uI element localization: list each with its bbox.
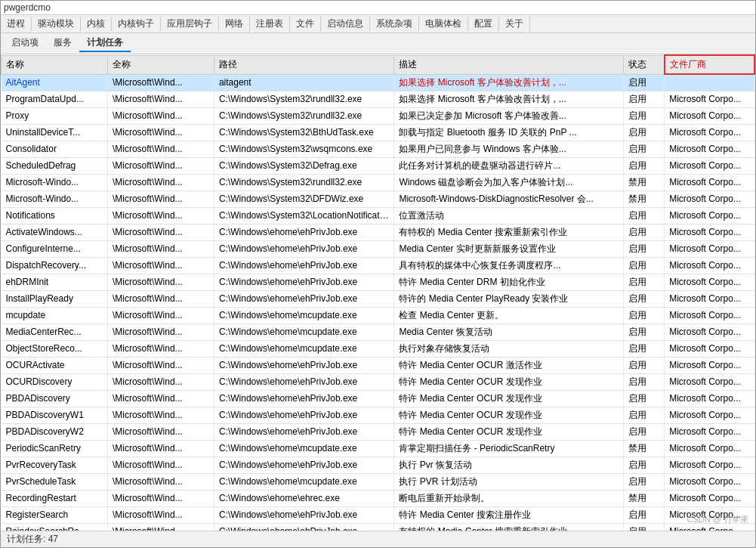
col-header-desc[interactable]: 描述 — [394, 55, 624, 74]
col-header-status[interactable]: 状态 — [623, 55, 664, 74]
table-row[interactable]: Microsoft-Windo...\Microsoft\Wind...C:\W… — [2, 190, 755, 207]
menu-item-内核[interactable]: 内核 — [81, 16, 112, 32]
menu-item-系统杂项[interactable]: 系统杂项 — [370, 16, 419, 32]
table-row[interactable]: UninstallDeviceT...\Microsoft\Wind...C:\… — [2, 124, 755, 141]
table-row[interactable]: PeriodicScanRetry\Microsoft\Wind...C:\Wi… — [2, 440, 755, 457]
table-row[interactable]: ehDRMInit\Microsoft\Wind...C:\Windows\eh… — [2, 274, 755, 290]
table-row[interactable]: OCURDiscovery\Microsoft\Wind...C:\Window… — [2, 373, 755, 390]
table-row[interactable]: Microsoft-Windo...\Microsoft\Wind...C:\W… — [2, 174, 755, 190]
menu-item-内核钩子[interactable]: 内核钩子 — [112, 16, 161, 32]
sub-menu-bar: 启动项服务计划任务 — [1, 33, 755, 54]
table-row[interactable]: MediaCenterRec...\Microsoft\Wind...C:\Wi… — [2, 324, 755, 340]
table-row[interactable]: PBDADiscovery\Microsoft\Wind...C:\Window… — [2, 390, 755, 407]
menu-item-文件[interactable]: 文件 — [290, 16, 321, 32]
table-row[interactable]: ProgramDataUpd...\Microsoft\Wind...C:\Wi… — [2, 91, 755, 107]
table-row[interactable]: ActivateWindows...\Microsoft\Wind...C:\W… — [2, 224, 755, 240]
title-bar: pwgerdcmo — [1, 1, 755, 15]
col-header-fullname[interactable]: 全称 — [107, 55, 214, 74]
tasks-table: 名称全称路径描述状态文件厂商 AitAgent\Microsoft\Wind..… — [1, 54, 755, 531]
table-row[interactable]: ReindexSearchRe...\Microsoft\Wind...C:\W… — [2, 523, 755, 531]
col-header-vendor[interactable]: 文件厂商 — [665, 55, 754, 74]
menu-item-电脑体检[interactable]: 电脑体检 — [419, 16, 468, 32]
status-bar: 计划任务: 47 — [1, 531, 755, 547]
table-row[interactable]: ObjectStoreReco...\Microsoft\Wind...C:\W… — [2, 340, 755, 357]
table-row[interactable]: PBDADiscoveryW1\Microsoft\Wind...C:\Wind… — [2, 407, 755, 423]
submenu-item-启动项[interactable]: 启动项 — [4, 35, 46, 52]
table-row[interactable]: AitAgent\Microsoft\Wind...aitagent如果选择 M… — [2, 74, 755, 91]
menu-item-进程[interactable]: 进程 — [1, 16, 32, 32]
menu-item-应用层钩子[interactable]: 应用层钩子 — [161, 16, 219, 32]
table-row[interactable]: PvrRecoveryTask\Microsoft\Wind...C:\Wind… — [2, 457, 755, 473]
menu-item-配置[interactable]: 配置 — [468, 16, 499, 32]
table-row[interactable]: Consolidator\Microsoft\Wind...C:\Windows… — [2, 141, 755, 157]
menu-item-驱动模块[interactable]: 驱动模块 — [32, 16, 81, 32]
status-text: 计划任务: 47 — [7, 534, 58, 544]
watermark: CSDN @ 竹苹果 — [687, 514, 748, 525]
menu-item-网络[interactable]: 网络 — [219, 16, 250, 32]
table-row[interactable]: RegisterSearch\Microsoft\Wind...C:\Windo… — [2, 506, 755, 523]
table-row[interactable]: PvrScheduleTask\Microsoft\Wind...C:\Wind… — [2, 473, 755, 490]
table-row[interactable]: RecordingRestart\Microsoft\Wind...C:\Win… — [2, 490, 755, 506]
window-title: pwgerdcmo — [4, 2, 51, 13]
table-row[interactable]: ConfigureInterne...\Microsoft\Wind...C:\… — [2, 240, 755, 257]
table-row[interactable]: InstallPlayReady\Microsoft\Wind...C:\Win… — [2, 290, 755, 307]
col-header-path[interactable]: 路径 — [214, 55, 394, 74]
menu-item-启动信息[interactable]: 启动信息 — [321, 16, 370, 32]
table-row[interactable]: mcupdate\Microsoft\Wind...C:\Windows\eho… — [2, 307, 755, 324]
col-header-name[interactable]: 名称 — [2, 55, 108, 74]
table-row[interactable]: DispatchRecovery...\Microsoft\Wind...C:\… — [2, 257, 755, 274]
submenu-item-计划任务[interactable]: 计划任务 — [79, 35, 131, 52]
table-container: 名称全称路径描述状态文件厂商 AitAgent\Microsoft\Wind..… — [1, 54, 755, 531]
main-window: pwgerdcmo 进程驱动模块内核内核钩子应用层钩子网络注册表文件启动信息系统… — [0, 0, 756, 548]
menu-item-注册表[interactable]: 注册表 — [250, 16, 290, 32]
menu-bar: 进程驱动模块内核内核钩子应用层钩子网络注册表文件启动信息系统杂项电脑体检配置关于 — [1, 15, 755, 33]
table-row[interactable]: OCURActivate\Microsoft\Wind...C:\Windows… — [2, 357, 755, 373]
table-row[interactable]: PBDADiscoveryW2\Microsoft\Wind...C:\Wind… — [2, 423, 755, 440]
table-row[interactable]: Notifications\Microsoft\Wind...C:\Window… — [2, 207, 755, 224]
table-row[interactable]: ScheduledDefrag\Microsoft\Wind...C:\Wind… — [2, 157, 755, 174]
submenu-item-服务[interactable]: 服务 — [46, 35, 79, 52]
menu-item-关于[interactable]: 关于 — [499, 16, 530, 32]
table-row[interactable]: Proxy\Microsoft\Wind...C:\Windows\System… — [2, 107, 755, 124]
